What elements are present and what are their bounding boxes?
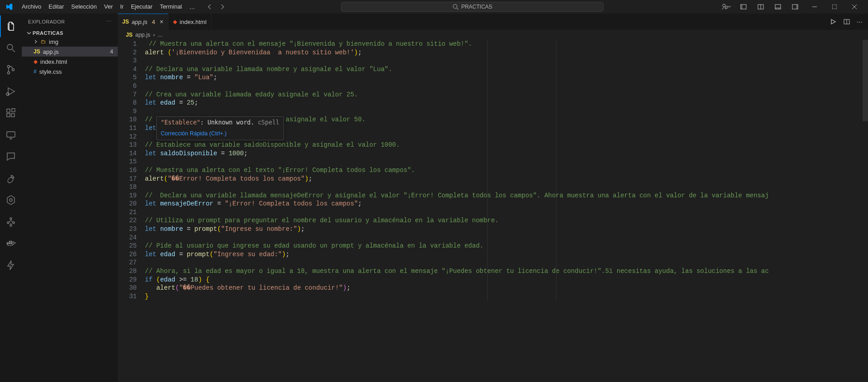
svg-point-19	[8, 72, 10, 74]
menu-ir[interactable]: Ir	[116, 0, 127, 14]
code-line[interactable]	[145, 208, 868, 217]
svg-rect-5	[741, 5, 743, 9]
activity-tree-icon[interactable]	[0, 211, 22, 233]
code-line[interactable]	[145, 82, 868, 91]
activity-docker-icon[interactable]	[0, 233, 22, 254]
code-line[interactable]	[145, 57, 868, 65]
code-line[interactable]: alert("��Puedes obtener tu licencia de c…	[145, 284, 868, 292]
layout-bottom-icon[interactable]	[770, 0, 786, 14]
menu-ejecutar[interactable]: Ejecutar	[127, 0, 156, 14]
menu-bar: Archivo Editar Selección Ver Ir Ejecutar…	[16, 0, 199, 14]
code-line[interactable]: }	[145, 292, 868, 301]
layout-editor-icon[interactable]	[753, 0, 768, 14]
chevron-right-icon	[34, 39, 38, 44]
code-line[interactable]	[145, 107, 868, 116]
svg-rect-13	[832, 5, 837, 9]
code-line[interactable]: let edad = 25;	[145, 99, 868, 107]
code-line[interactable]	[145, 158, 868, 166]
layout-left-icon[interactable]	[736, 0, 751, 14]
html-file-icon: ◆	[34, 58, 38, 65]
window-minimize-icon[interactable]	[805, 0, 825, 14]
tab-appjs[interactable]: JS app.js 4 ×	[118, 14, 168, 30]
menu-more-icon[interactable]: …	[186, 4, 199, 10]
code-line[interactable]: let saldoDisponible = 1000;	[145, 149, 868, 158]
explorer-file-appjs[interactable]: JS app.js 4	[22, 47, 118, 57]
nav-forward-icon[interactable]	[219, 3, 226, 10]
run-icon[interactable]	[830, 18, 837, 25]
code-line[interactable]	[145, 258, 868, 267]
activity-remote-icon[interactable]	[0, 124, 22, 146]
code-line[interactable]: // Crea una variable llamada edady asígn…	[145, 91, 868, 99]
svg-point-21	[6, 93, 9, 96]
code-line[interactable]: // Declara una variable llamada nombre y…	[145, 65, 868, 74]
code-line[interactable]: let edad = prompt("Ingrese su edad:");	[145, 250, 868, 259]
html-file-icon: ◆	[173, 19, 177, 25]
split-editor-icon[interactable]	[843, 18, 850, 25]
svg-rect-24	[11, 114, 14, 117]
svg-rect-25	[12, 109, 15, 112]
code-line[interactable]: // Muestra una alerta con el texto "¡Err…	[145, 166, 868, 175]
chevron-down-icon	[26, 30, 32, 36]
activity-chat-icon[interactable]	[0, 146, 22, 167]
svg-rect-11	[796, 5, 798, 9]
code-line[interactable]: if (edad >= 18) {	[145, 276, 868, 284]
code-line[interactable]: alert ('¡Bienvenido y Bienvenidaa a nues…	[145, 48, 868, 57]
nav-back-icon[interactable]	[206, 3, 213, 10]
explorer-file-indexhtml[interactable]: ◆ index.html	[22, 57, 118, 67]
tab-problem-count: 4	[152, 19, 155, 25]
breadcrumb[interactable]: JS app.js › ...	[118, 30, 868, 40]
window-maximize-icon[interactable]	[825, 0, 844, 14]
js-file-icon: JS	[122, 19, 129, 25]
accounts-icon[interactable]	[719, 0, 734, 14]
activity-share-icon[interactable]	[0, 167, 22, 189]
explorer-folder-img[interactable]: 🗀 img	[22, 37, 118, 47]
layout-right-icon[interactable]	[787, 0, 803, 14]
editor-more-icon[interactable]: ⋯	[857, 19, 863, 25]
ruler	[556, 40, 556, 301]
tab-close-icon[interactable]: ×	[160, 18, 163, 25]
window-close-icon[interactable]	[844, 0, 864, 14]
title-bar: Archivo Editar Selección Ver Ir Ejecutar…	[0, 0, 868, 14]
ruler	[487, 40, 488, 301]
explorer-file-stylecss[interactable]: # style.css	[22, 67, 118, 76]
code-line[interactable]: let mensajeDeError = "¡Error! Completa t…	[145, 200, 868, 208]
quick-fix-link[interactable]: Corrección Rápida (Ctrl+.)	[161, 129, 279, 138]
js-file-icon: JS	[34, 48, 40, 55]
code-line[interactable]: // Ahora, si la edad es mayor o igual a …	[145, 267, 868, 276]
code-line[interactable]	[145, 183, 868, 191]
svg-rect-38	[11, 241, 12, 242]
menu-ver[interactable]: Ver	[101, 0, 117, 14]
activity-explorer-icon[interactable]	[0, 15, 22, 37]
svg-point-30	[10, 218, 12, 220]
code-line[interactable]: let nombre = "Lua";	[145, 73, 868, 82]
activity-run-debug-icon[interactable]	[0, 81, 22, 102]
code-line[interactable]	[145, 234, 868, 242]
code-editor[interactable]: 1234567891011121314151617181920212223242…	[118, 40, 868, 301]
code-line[interactable]: // Declara una variable llamada mensajeD…	[145, 191, 868, 200]
explorer-folder-root[interactable]: PRACTICAS	[22, 29, 118, 37]
activity-bolt-icon[interactable]	[0, 254, 22, 276]
activity-hexagon-icon[interactable]	[0, 189, 22, 211]
code-line[interactable]: // Utiliza un prompt para preguntar el n…	[145, 216, 868, 225]
menu-seleccion[interactable]: Selección	[67, 0, 100, 14]
tab-indexhtml[interactable]: ◆ index.html	[168, 14, 211, 30]
code-line[interactable]: // Pide al usuario que ingrese su edad u…	[145, 242, 868, 250]
svg-point-20	[12, 69, 14, 71]
vscode-logo-icon	[2, 0, 16, 14]
menu-terminal[interactable]: Terminal	[156, 0, 186, 14]
code-line[interactable]: // Muestra una alerta con el mensaje "¡B…	[145, 40, 868, 48]
code-line[interactable]: // Establece una variable saldoDisponibl…	[145, 141, 868, 149]
vertical-scrollbar[interactable]	[863, 40, 868, 121]
svg-point-0	[453, 5, 457, 9]
code-line[interactable]: let nombre = prompt("Ingrese su nombre:"…	[145, 225, 868, 234]
svg-point-2	[723, 4, 725, 7]
sidebar-more-icon[interactable]: ⋯	[106, 19, 112, 24]
activity-source-control-icon[interactable]	[0, 59, 22, 81]
code-line[interactable]: alert("��Error! Completa todos los campo…	[145, 175, 868, 183]
command-center-search[interactable]: PRACTICAS	[341, 2, 604, 12]
menu-editar[interactable]: Editar	[45, 0, 67, 14]
activity-search-icon[interactable]	[0, 37, 22, 59]
hover-tooltip[interactable]: "Establece": Unknown word. cSpell Correc…	[156, 116, 284, 140]
menu-archivo[interactable]: Archivo	[18, 0, 45, 14]
activity-extensions-icon[interactable]	[0, 102, 22, 124]
